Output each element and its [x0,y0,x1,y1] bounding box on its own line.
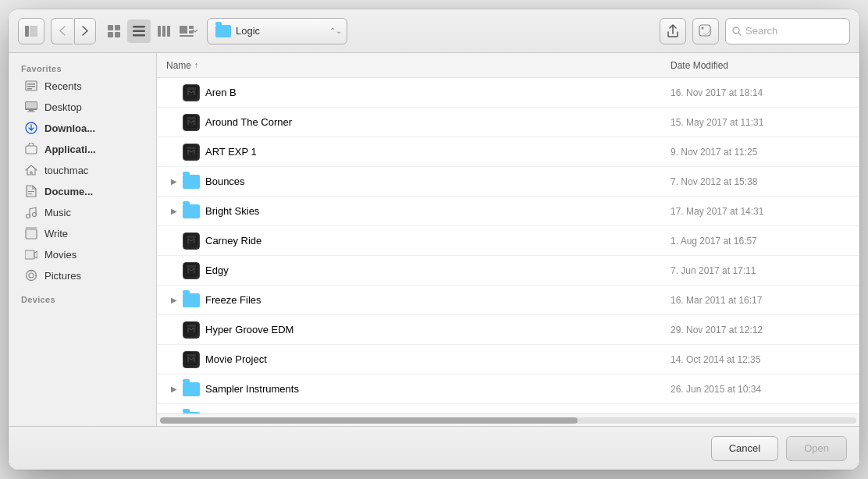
svg-rect-22 [27,88,32,90]
table-row[interactable]: Hyper Groove EDM 29. Nov 2017 at 12:12 [157,315,859,345]
sidebar-item-movies[interactable]: Movies [12,244,153,264]
toolbar: Logic ⌃⌄ Search [9,9,859,53]
file-name: Bounces [205,176,671,187]
sidebar-item-pictures[interactable]: Pictures [12,265,153,286]
folder-icon [182,202,201,221]
svg-rect-28 [26,146,37,154]
chevron-updown-icon: ⌃⌄ [329,27,342,35]
file-name: Movie Project [205,353,671,365]
sidebar-item-label: Recents [44,80,82,92]
sidebar-item-desktop[interactable]: Desktop [12,97,153,117]
svg-rect-30 [28,193,32,194]
folder-icon [182,410,201,414]
sidebar-item-label: Docume... [44,186,93,197]
scrollbar-track [160,417,856,424]
view-buttons [102,20,201,43]
sidebar-item-documents[interactable]: Docume... [12,181,153,201]
table-row[interactable]: ▶ Samples 26. Jun 2015 at 10:34 [157,404,859,413]
sidebar-item-write[interactable]: Write [12,223,153,243]
table-row[interactable]: ▶ Freeze Files 16. Mar 2011 at 16:17 [157,286,859,315]
svg-point-35 [27,271,37,281]
folder-icon [182,172,201,191]
svg-point-17 [702,27,704,29]
svg-rect-20 [27,83,35,85]
search-box[interactable]: Search [725,18,850,44]
table-row[interactable]: ▶ Bounces 7. Nov 2012 at 15:38 [157,167,859,197]
movies-icon [24,247,38,261]
location-selector[interactable]: Logic ⌃⌄ [207,18,347,44]
svg-rect-56 [187,325,196,327]
file-name: Carney Ride [205,235,671,247]
sort-indicator: ↑ [194,61,198,69]
column-date-header[interactable]: Date Modified [671,60,850,71]
main-content: Favorites Recents [9,53,859,426]
back-button[interactable] [51,18,73,44]
icon-view-button[interactable] [102,20,126,43]
file-date: 9. Nov 2017 at 11:25 [671,147,850,158]
svg-rect-15 [180,35,194,37]
sidebar-item-recents[interactable]: Recents [12,76,153,96]
column-view-button[interactable] [152,20,176,43]
sidebar-item-touchmac[interactable]: touchmac [12,160,153,180]
open-button[interactable]: Open [786,436,847,461]
file-name: Sampler Instruments [205,383,671,395]
share-button[interactable] [660,18,686,44]
svg-rect-11 [167,26,170,37]
file-date: 26. Jun 2015 at 10:34 [671,384,850,395]
table-row[interactable]: Carney Ride 1. Aug 2017 at 16:57 [157,226,859,256]
location-folder-icon [215,25,231,37]
table-row[interactable]: Aren B 16. Nov 2017 at 18:14 [157,78,859,108]
expand-arrow[interactable]: ▶ [166,296,182,304]
table-row[interactable]: Around The Corner 15. May 2017 at 11:31 [157,108,859,137]
location-label: Logic [236,25,260,37]
sidebar-item-music[interactable]: Music [12,202,153,222]
file-list: Aren B 16. Nov 2017 at 18:14 Around The … [157,78,859,413]
logic-file-icon [182,232,201,250]
svg-rect-2 [108,25,113,30]
sidebar-item-downloads[interactable]: Downloa... [12,118,153,138]
desktop-icon [24,100,38,114]
logic-file-icon [182,83,201,102]
svg-rect-24 [26,102,37,108]
svg-rect-0 [25,26,29,37]
svg-rect-4 [108,32,113,37]
svg-rect-10 [162,26,165,37]
file-name: Bright Skies [205,205,671,217]
tag-button[interactable] [692,18,719,44]
sidebar-item-applications[interactable]: Applicati... [12,139,153,159]
sidebar-item-label: Movies [44,249,76,261]
devices-label: Devices [9,292,156,306]
sidebar-item-label: Write [44,228,68,240]
expand-arrow[interactable]: ▶ [166,385,182,393]
svg-rect-41 [187,87,196,90]
horizontal-scrollbar[interactable] [157,413,859,426]
file-date: 16. Nov 2017 at 18:14 [671,87,850,98]
sidebar-item-label: Pictures [44,270,81,282]
table-row[interactable]: Movie Project 14. Oct 2014 at 12:35 [157,345,859,374]
sidebar-toggle-button[interactable] [18,18,44,44]
list-view-button[interactable] [127,20,151,43]
expand-arrow[interactable]: ▶ [166,207,182,215]
table-row[interactable]: ART EXP 1 9. Nov 2017 at 11:25 [157,137,859,167]
write-icon [24,226,38,240]
column-name-header[interactable]: Name ↑ [166,60,671,71]
table-row[interactable]: ▶ Sampler Instruments 26. Jun 2015 at 10… [157,374,859,404]
svg-rect-44 [187,117,196,119]
table-row[interactable]: Edgy 7. Jun 2017 at 17:11 [157,256,859,286]
sidebar-item-label: touchmac [44,165,88,176]
pictures-icon [24,268,38,282]
svg-point-37 [30,270,32,271]
svg-rect-5 [115,32,120,37]
logic-file-icon [182,350,201,369]
scrollbar-thumb[interactable] [160,417,578,424]
logic-file-icon [182,321,201,339]
svg-rect-1 [30,26,37,37]
forward-button[interactable] [74,18,96,44]
table-row[interactable]: ▶ Bright Skies 17. May 2017 at 14:31 [157,197,859,226]
gallery-view-button[interactable] [177,20,201,43]
file-date: 29. Nov 2017 at 12:12 [671,325,850,335]
expand-arrow[interactable]: ▶ [166,177,182,186]
svg-rect-47 [187,147,196,149]
cancel-button[interactable]: Cancel [711,436,778,461]
sidebar-item-label: Desktop [44,101,82,113]
